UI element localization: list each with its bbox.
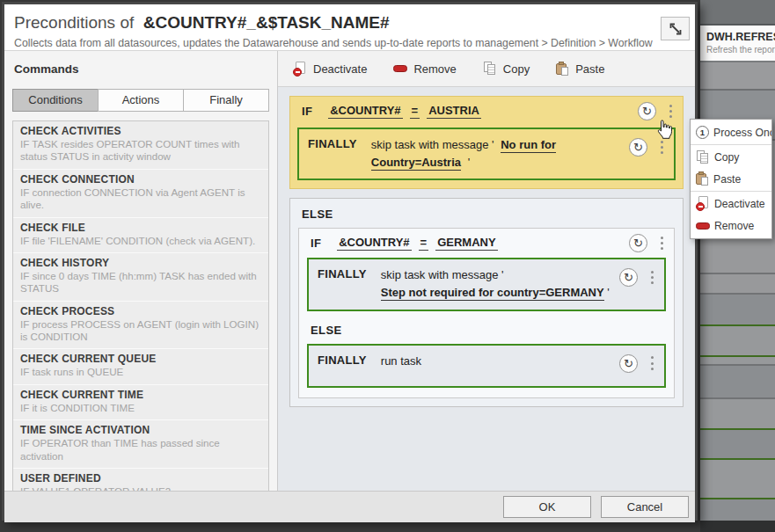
refresh-icon[interactable]: ↻ — [619, 354, 638, 373]
paste-icon — [556, 62, 569, 77]
refresh-icon[interactable]: ↻ — [638, 102, 656, 120]
process-once-icon: 1 — [696, 126, 709, 139]
kebab-menu-icon[interactable] — [649, 270, 655, 287]
tab-conditions[interactable]: Conditions — [12, 89, 99, 112]
ok-button[interactable]: OK — [503, 496, 591, 518]
kebab-menu-icon[interactable] — [659, 236, 665, 252]
remove-icon — [393, 65, 407, 72]
remove-button[interactable]: Remove — [393, 62, 456, 76]
if-value[interactable]: GERMANY — [435, 236, 497, 251]
kebab-menu-icon[interactable] — [668, 103, 674, 120]
finally-block-run-task: FINALLY run task ↻ — [307, 344, 666, 388]
tab-finally[interactable]: Finally — [183, 89, 269, 112]
refresh-icon[interactable]: ↻ — [619, 268, 638, 287]
finally-block-austria: FINALLY skip task with message ' No run … — [297, 128, 676, 180]
if-operator[interactable]: = — [419, 236, 429, 251]
if-variable[interactable]: &COUNTRY# — [337, 236, 411, 251]
if-keyword: IF — [311, 237, 321, 250]
finally-message[interactable]: Step not required for country=GERMANY — [381, 286, 604, 301]
dialog-title: Preconditions of &COUNTRY#_&$TASK_NAME# — [14, 13, 695, 33]
if-operator[interactable]: = — [410, 104, 420, 119]
background-app: DWH.REFRESH Refresh the report — [700, 0, 775, 532]
list-item-check-connection[interactable]: CHECK CONNECTION IF connection CONNECTIO… — [13, 170, 268, 218]
list-item-user-defined[interactable]: USER DEFINED IF VALUE1 OPERATOR VALUE2 — [13, 469, 268, 491]
paste-button[interactable]: Paste — [556, 62, 604, 77]
resize-icon[interactable] — [661, 17, 690, 40]
refresh-icon[interactable]: ↻ — [629, 138, 647, 157]
list-item-check-activities[interactable]: CHECK ACTIVITIES IF TASK resides OPERATO… — [13, 121, 268, 170]
dialog-header: Preconditions of &COUNTRY#_&$TASK_NAME# … — [4, 4, 695, 51]
commands-header: Commands — [4, 51, 277, 84]
if-row-germany: IF &COUNTRY# = GERMANY ↻ — [299, 229, 674, 258]
list-item-check-file[interactable]: CHECK FILE IF file 'FILENAME' CONDITION … — [13, 218, 268, 253]
refresh-icon[interactable]: ↻ — [629, 234, 647, 252]
remove-icon — [696, 222, 710, 230]
command-list: CHECK ACTIVITIES IF TASK resides OPERATO… — [12, 120, 269, 491]
screen: DWH.REFRESH Refresh the report Pr — [0, 0, 775, 532]
menu-item-process-once[interactable]: 1 Process Once — [691, 121, 771, 143]
menu-separator — [691, 144, 771, 145]
if-variable[interactable]: &COUNTRY# — [328, 104, 402, 119]
menu-item-paste[interactable]: Paste — [691, 168, 771, 190]
finally-block-germany: FINALLY skip task with message ' Step no… — [307, 258, 666, 310]
else-keyword: ELSE — [290, 199, 683, 228]
copy-button[interactable]: Copy — [483, 62, 530, 76]
list-item-check-current-queue[interactable]: CHECK CURRENT QUEUE IF task runs in QUEU… — [13, 349, 268, 384]
commands-tabs: Conditions Actions Finally — [12, 89, 269, 112]
cancel-button[interactable]: Cancel — [601, 496, 689, 518]
workflow-canvas: IF &COUNTRY# = AUSTRIA ↻ FINALLY — [278, 87, 695, 491]
condition-block-germany: IF &COUNTRY# = GERMANY ↻ FINALLY — [298, 228, 675, 397]
commands-panel: Commands Conditions Actions Finally CHEC… — [4, 51, 278, 491]
list-item-check-history[interactable]: CHECK HISTORY IF since 0 days TIME (hh:m… — [13, 253, 268, 302]
menu-item-remove[interactable]: Remove — [691, 215, 771, 237]
context-menu: 1 Process Once Copy Paste Deactivate Rem… — [690, 119, 772, 239]
dialog-footer: OK Cancel — [4, 491, 695, 522]
kebab-menu-icon[interactable] — [649, 355, 655, 372]
menu-item-deactivate[interactable]: Deactivate — [691, 193, 771, 215]
finally-text: run task — [381, 353, 619, 370]
copy-icon — [483, 62, 497, 76]
else-block-outer: ELSE IF &COUNTRY# = GERMANY ↻ — [289, 198, 684, 406]
list-item-check-process[interactable]: CHECK PROCESS IF process PROCESS on AGEN… — [13, 302, 268, 350]
preconditions-dialog: Preconditions of &COUNTRY#_&$TASK_NAME# … — [2, 2, 698, 521]
menu-item-copy[interactable]: Copy — [691, 146, 771, 168]
dialog-title-name: &COUNTRY#_&$TASK_NAME# — [143, 13, 390, 32]
copy-icon — [696, 150, 710, 164]
condition-block-austria: IF &COUNTRY# = AUSTRIA ↻ FINALLY — [289, 96, 684, 189]
deactivate-icon — [696, 196, 710, 211]
dialog-subtitle: Collects data from all datasources, upda… — [14, 37, 695, 49]
deactivate-icon — [293, 62, 307, 77]
else-keyword: ELSE — [299, 313, 674, 344]
list-item-check-current-time[interactable]: CHECK CURRENT TIME IF it is CONDITION TI… — [13, 385, 268, 420]
paste-icon — [696, 171, 709, 186]
background-task-description: Refresh the report — [700, 43, 775, 55]
finally-text: skip task with message ' Step not requir… — [381, 266, 619, 302]
deactivate-button[interactable]: Deactivate — [293, 62, 367, 77]
background-task-name: DWH.REFRESH — [700, 26, 775, 43]
menu-separator — [691, 191, 771, 192]
kebab-menu-icon[interactable] — [659, 139, 665, 156]
toolbar: Deactivate Remove Copy Paste — [278, 51, 695, 87]
if-row-austria: IF &COUNTRY# = AUSTRIA ↻ — [290, 97, 683, 126]
dialog-title-prefix: Preconditions of — [14, 13, 134, 32]
if-keyword: IF — [302, 105, 312, 118]
if-value[interactable]: AUSTRIA — [427, 104, 481, 119]
list-item-time-since-activation[interactable]: TIME SINCE ACTIVATION IF OPERATOR than T… — [13, 420, 268, 469]
background-task-row: DWH.REFRESH Refresh the report — [700, 26, 775, 61]
workflow-panel: Deactivate Remove Copy Paste — [278, 51, 695, 491]
finally-text: skip task with message ' No run for Coun… — [371, 136, 629, 171]
tab-actions[interactable]: Actions — [98, 89, 184, 112]
